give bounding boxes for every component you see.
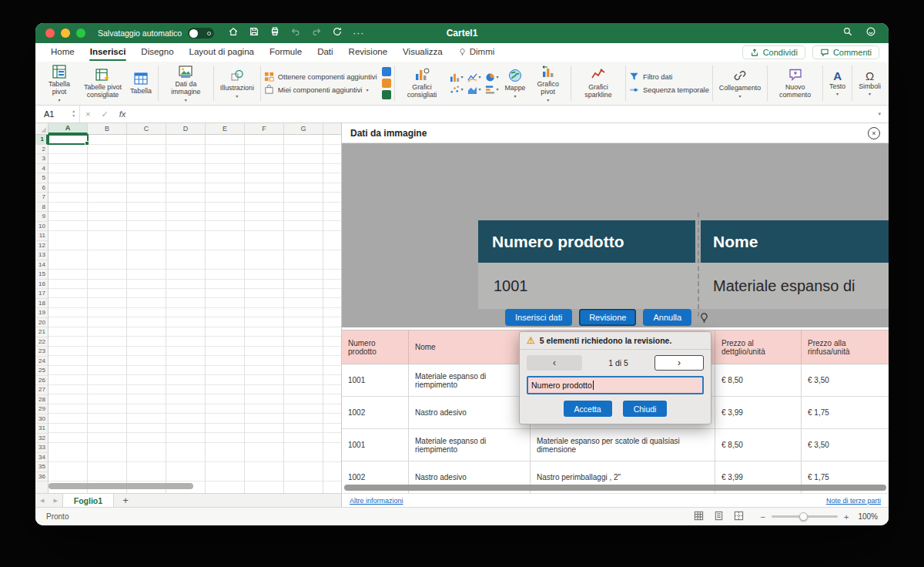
home-icon[interactable] — [228, 26, 239, 40]
pivot-table-button[interactable]: Tabella pivot ▾ — [40, 62, 79, 104]
row-header-19[interactable]: 19 — [35, 308, 48, 318]
row-header-23[interactable]: 23 — [35, 347, 48, 357]
row-header-2[interactable]: 2 — [35, 145, 48, 155]
sheet-next-icon[interactable]: ▶ — [49, 498, 62, 504]
row-header-21[interactable]: 21 — [35, 327, 48, 337]
row-header-3[interactable]: 3 — [35, 154, 48, 164]
row-header-34[interactable]: 34 — [35, 453, 48, 463]
search-icon[interactable] — [842, 26, 853, 40]
scatter-chart-button[interactable]: ▾ — [450, 85, 464, 95]
table-cell[interactable]: Materiale espanso di riempimento — [409, 429, 531, 461]
lightbulb-icon[interactable] — [698, 312, 710, 324]
normal-view-icon[interactable] — [694, 511, 704, 522]
page-break-view-icon[interactable] — [734, 511, 744, 522]
data-from-picture-button[interactable]: Dati da immagine ▾ — [162, 62, 210, 104]
close-window-button[interactable] — [45, 29, 55, 38]
row-header-31[interactable]: 31 — [35, 424, 48, 434]
table-cell[interactable]: € 3,50 — [802, 429, 889, 461]
zoom-slider[interactable] — [772, 515, 838, 518]
row-header-30[interactable]: 30 — [35, 414, 48, 424]
comments-button[interactable]: Commenti — [812, 45, 879, 59]
text-button[interactable]: A Testo ▾ — [826, 69, 849, 99]
page-layout-view-icon[interactable] — [714, 511, 724, 522]
row-header-11[interactable]: 11 — [35, 231, 48, 241]
feedback-smiley-icon[interactable] — [865, 26, 876, 40]
row-header-7[interactable]: 7 — [35, 193, 48, 203]
third-party-notes-link[interactable]: Note di terze parti — [826, 497, 881, 505]
row-header-5[interactable]: 5 — [35, 173, 48, 183]
addin-icon-3[interactable] — [382, 90, 391, 99]
row-header-8[interactable]: 8 — [35, 203, 48, 213]
zoom-in-icon[interactable]: + — [844, 512, 849, 522]
new-comment-button[interactable]: Nuovo commento — [771, 65, 819, 101]
line-chart-button[interactable]: ▾ — [467, 72, 481, 82]
review-field[interactable]: Numero prodotto — [527, 376, 704, 394]
tab-dati[interactable]: Dati — [310, 44, 340, 61]
table-cell[interactable]: € 8,50 — [715, 429, 802, 461]
row-header-18[interactable]: 18 — [35, 299, 48, 309]
row-header-6[interactable]: 6 — [35, 183, 48, 193]
print-icon[interactable] — [270, 26, 280, 40]
row-header-32[interactable]: 32 — [35, 434, 48, 444]
autosave-toggle[interactable] — [188, 28, 214, 39]
get-addins-button[interactable]: Ottenere componenti aggiuntivi — [264, 72, 377, 82]
row-header-24[interactable]: 24 — [35, 357, 48, 367]
insert-data-button[interactable]: Inserisci dati — [505, 309, 572, 326]
zoom-out-icon[interactable]: − — [761, 512, 765, 522]
tab-layout-di-pagina[interactable]: Layout di pagina — [182, 44, 262, 61]
table-header-cell[interactable]: Prezzo al dettglio/unità — [715, 330, 802, 364]
tab-revisione[interactable]: Revisione — [341, 44, 396, 61]
cancel-button[interactable]: Annulla — [643, 309, 691, 326]
table-header-cell[interactable]: Numero prodotto — [342, 330, 409, 364]
review-button[interactable]: Revisione — [579, 309, 636, 326]
insert-function-icon[interactable]: fx — [114, 109, 132, 119]
row-header-9[interactable]: 9 — [35, 212, 48, 222]
column-header-G[interactable]: G — [284, 123, 323, 134]
select-all-corner[interactable] — [35, 123, 49, 135]
addin-icon-2[interactable] — [382, 79, 391, 88]
confirm-entry-icon[interactable]: ✓ — [95, 109, 113, 119]
row-header-25[interactable]: 25 — [35, 366, 48, 376]
save-icon[interactable] — [249, 26, 259, 40]
formula-bar-expand-icon[interactable]: ▾ — [870, 111, 889, 117]
row-header-33[interactable]: 33 — [35, 443, 48, 453]
tab-disegno[interactable]: Disegno — [133, 44, 181, 61]
recommended-charts-button[interactable]: Grafici consigliati — [398, 65, 447, 101]
row-header-35[interactable]: 35 — [35, 462, 48, 472]
tab-inserisci[interactable]: Inserisci — [82, 44, 134, 61]
column-header-F[interactable]: F — [245, 123, 284, 134]
more-toolbar-icon[interactable]: ··· — [353, 29, 364, 38]
formula-input[interactable] — [131, 106, 870, 122]
sparklines-button[interactable]: Grafici sparkline — [574, 65, 622, 101]
timeline-button[interactable]: Sequenza temporale — [629, 85, 709, 95]
row-header-13[interactable]: 13 — [35, 250, 48, 260]
row-header-22[interactable]: 22 — [35, 337, 48, 347]
table-cell[interactable]: Nastro adesivo — [409, 397, 531, 429]
grid-horizontal-scrollbar[interactable] — [49, 483, 193, 489]
illustrations-button[interactable]: Illustrazioni ▾ — [217, 66, 257, 100]
column-header-A[interactable]: A — [49, 123, 88, 134]
table-cell[interactable]: 1001 — [342, 429, 409, 461]
row-header-27[interactable]: 27 — [35, 385, 48, 395]
tab-formule[interactable]: Formule — [262, 44, 310, 61]
row-header-4[interactable]: 4 — [35, 164, 48, 174]
close-button[interactable]: Chiudi — [623, 401, 668, 417]
more-info-link[interactable]: Altre informazioni — [350, 497, 403, 505]
column-header-C[interactable]: C — [127, 123, 166, 134]
table-cell[interactable]: Materiale espanso per scatole di qualsia… — [531, 429, 715, 461]
row-header-28[interactable]: 28 — [35, 395, 48, 405]
undo-icon[interactable] — [290, 26, 301, 40]
cancel-entry-icon[interactable]: × — [80, 109, 95, 119]
row-header-17[interactable]: 17 — [35, 289, 48, 299]
tab-visualizza[interactable]: Visualizza — [395, 44, 450, 61]
area-chart-button[interactable]: ▾ — [467, 85, 481, 95]
redo-icon[interactable] — [311, 26, 322, 40]
row-header-15[interactable]: 15 — [35, 270, 48, 280]
previous-item-button[interactable]: ‹ — [527, 355, 582, 371]
tab-home[interactable]: Home — [43, 44, 82, 61]
row-header-29[interactable]: 29 — [35, 404, 48, 414]
bar-chart-button[interactable]: ▾ — [485, 85, 499, 95]
pane-horizontal-scrollbar[interactable] — [344, 485, 886, 491]
table-cell[interactable]: € 3,50 — [802, 364, 889, 397]
my-addins-button[interactable]: Miei componenti aggiuntivi ▾ — [264, 85, 369, 95]
